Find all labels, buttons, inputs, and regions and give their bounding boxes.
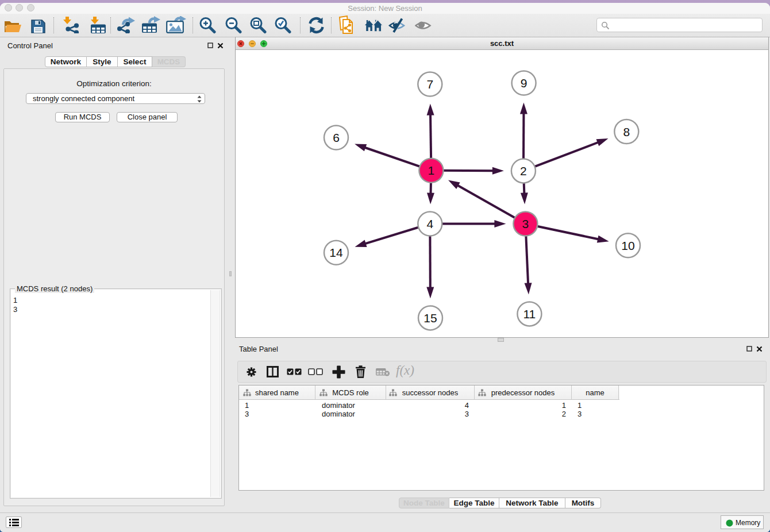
svg-text:8: 8 xyxy=(623,125,630,138)
svg-text:6: 6 xyxy=(333,131,340,144)
svg-text:14: 14 xyxy=(329,246,343,259)
svg-text:11: 11 xyxy=(523,307,536,321)
svg-text:9: 9 xyxy=(521,76,528,90)
svg-text:15: 15 xyxy=(424,311,437,325)
svg-text:4: 4 xyxy=(426,217,433,230)
svg-text:1: 1 xyxy=(428,164,435,177)
svg-text:10: 10 xyxy=(621,239,634,252)
svg-text:3: 3 xyxy=(522,217,529,230)
svg-text:7: 7 xyxy=(426,78,433,91)
svg-text:2: 2 xyxy=(520,164,527,178)
